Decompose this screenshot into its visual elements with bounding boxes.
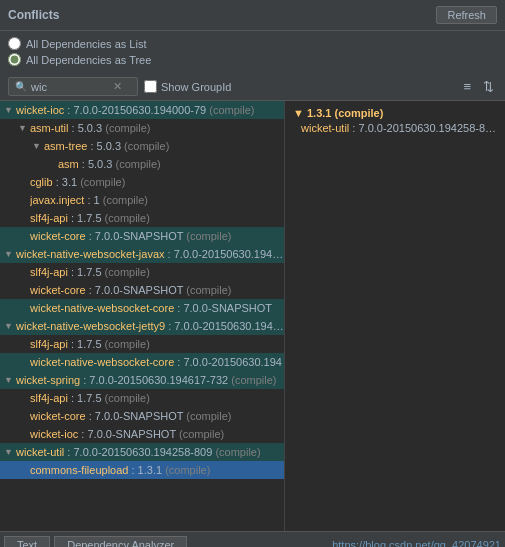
radio-all-deps-tree[interactable] — [8, 53, 21, 66]
tree-item[interactable]: ▼asm-util : 5.0.3 (compile) — [0, 119, 284, 137]
tab-text[interactable]: Text — [4, 536, 50, 548]
toolbar-icons: ≡ ⇅ — [460, 78, 497, 95]
tree-item[interactable]: wicket-core : 7.0.0-SNAPSHOT (compile) — [0, 281, 284, 299]
refresh-button[interactable]: Refresh — [436, 6, 497, 24]
bottom-url: https://blog.csdn.net/qq_42074921 — [332, 539, 501, 548]
tree-arrow-icon[interactable]: ▼ — [18, 123, 30, 133]
tree-item[interactable]: wicket-native-websocket-core : 7.0.0-201… — [0, 353, 284, 371]
tree-item-text: wicket-util : 7.0.0-20150630.194258-809 … — [16, 446, 284, 458]
bottom-tabs: Text Dependency Analyzer https://blog.cs… — [0, 531, 505, 547]
right-panel-item: wicket-util : 7.0.0-20150630.194258-809 … — [285, 121, 505, 135]
tree-item[interactable]: slf4j-api : 1.7.5 (compile) — [0, 335, 284, 353]
radio-row-list: All Dependencies as List — [8, 37, 497, 50]
tree-item-text: wicket-native-websocket-javax : 7.0.0-20… — [16, 248, 284, 260]
tree-item-text: wicket-ioc : 7.0.0-SNAPSHOT (compile) — [30, 428, 284, 440]
tree-item-text: asm-util : 5.0.3 (compile) — [30, 122, 284, 134]
tree-item[interactable]: wicket-ioc : 7.0.0-SNAPSHOT (compile) — [0, 425, 284, 443]
tree-item-text: slf4j-api : 1.7.5 (compile) — [30, 266, 284, 278]
tree-item-text: wicket-core : 7.0.0-SNAPSHOT (compile) — [30, 284, 284, 296]
tree-item-text: slf4j-api : 1.7.5 (compile) — [30, 212, 284, 224]
tree-item-text: wicket-spring : 7.0.0-20150630.194617-73… — [16, 374, 284, 386]
radio-list-label: All Dependencies as List — [26, 38, 146, 50]
tree-item[interactable]: wicket-core : 7.0.0-SNAPSHOT (compile) — [0, 227, 284, 245]
radio-all-deps-list[interactable] — [8, 37, 21, 50]
search-bar: 🔍 ✕ Show GroupId ≡ ⇅ — [0, 73, 505, 101]
tree-item[interactable]: wicket-core : 7.0.0-SNAPSHOT (compile) — [0, 407, 284, 425]
tree-item[interactable]: wicket-native-websocket-core : 7.0.0-SNA… — [0, 299, 284, 317]
tree-item[interactable]: slf4j-api : 1.7.5 (compile) — [0, 389, 284, 407]
show-groupid-checkbox[interactable] — [144, 80, 157, 93]
tree-item-text: wicket-core : 7.0.0-SNAPSHOT (compile) — [30, 230, 284, 242]
expand-collapse-icon[interactable]: ⇅ — [480, 78, 497, 95]
search-wrapper: 🔍 ✕ — [8, 77, 138, 96]
tree-arrow-icon[interactable]: ▼ — [32, 141, 44, 151]
show-groupid-label: Show GroupId — [161, 81, 231, 93]
right-panel: ▼ 1.3.1 (compile) wicket-util : 7.0.0-20… — [285, 101, 505, 531]
tree-item-text: wicket-native-websocket-jetty9 : 7.0.0-2… — [16, 320, 284, 332]
tree-arrow-icon[interactable]: ▼ — [4, 321, 16, 331]
tree-item-text: wicket-ioc : 7.0.0-20150630.194000-79 (c… — [16, 104, 284, 116]
radio-section: All Dependencies as List All Dependencie… — [0, 31, 505, 73]
tree-item-text: wicket-native-websocket-core : 7.0.0-201… — [30, 356, 284, 368]
tree-item[interactable]: asm : 5.0.3 (compile) — [0, 155, 284, 173]
tree-item-text: slf4j-api : 1.7.5 (compile) — [30, 338, 284, 350]
top-bar: Conflicts Refresh — [0, 0, 505, 31]
show-groupid-row: Show GroupId — [144, 80, 231, 93]
search-icon: 🔍 — [15, 81, 27, 92]
main-content: ▼wicket-ioc : 7.0.0-20150630.194000-79 (… — [0, 101, 505, 531]
radio-row-tree: All Dependencies as Tree — [8, 53, 497, 66]
tree-item-text: slf4j-api : 1.7.5 (compile) — [30, 392, 284, 404]
clear-icon[interactable]: ✕ — [113, 80, 122, 93]
tree-panel[interactable]: ▼wicket-ioc : 7.0.0-20150630.194000-79 (… — [0, 101, 285, 531]
tree-item[interactable]: ▼wicket-util : 7.0.0-20150630.194258-809… — [0, 443, 284, 461]
tree-arrow-icon[interactable]: ▼ — [4, 375, 16, 385]
tree-item[interactable]: ▼wicket-native-websocket-jetty9 : 7.0.0-… — [0, 317, 284, 335]
tree-item-text: asm-tree : 5.0.3 (compile) — [44, 140, 284, 152]
tree-arrow-icon[interactable]: ▼ — [4, 447, 16, 457]
tree-item-text: asm : 5.0.3 (compile) — [58, 158, 284, 170]
tree-item[interactable]: ▼asm-tree : 5.0.3 (compile) — [0, 137, 284, 155]
tree-item-text: cglib : 3.1 (compile) — [30, 176, 284, 188]
panel-title: Conflicts — [8, 8, 59, 22]
tree-item[interactable]: javax.inject : 1 (compile) — [0, 191, 284, 209]
tree-item[interactable]: ▼wicket-native-websocket-javax : 7.0.0-2… — [0, 245, 284, 263]
collapse-all-icon[interactable]: ≡ — [460, 78, 474, 95]
tree-item[interactable]: commons-fileupload : 1.3.1 (compile) — [0, 461, 284, 479]
tree-item-text: wicket-core : 7.0.0-SNAPSHOT (compile) — [30, 410, 284, 422]
tree-item-text: javax.inject : 1 (compile) — [30, 194, 284, 206]
tree-arrow-icon[interactable]: ▼ — [4, 105, 16, 115]
tree-item[interactable]: slf4j-api : 1.7.5 (compile) — [0, 209, 284, 227]
version-header: ▼ 1.3.1 (compile) — [285, 105, 505, 121]
tab-dependency-analyzer[interactable]: Dependency Analyzer — [54, 536, 187, 548]
tree-item[interactable]: slf4j-api : 1.7.5 (compile) — [0, 263, 284, 281]
search-input[interactable] — [31, 81, 111, 93]
tree-arrow-icon[interactable]: ▼ — [4, 249, 16, 259]
tree-item-text: wicket-native-websocket-core : 7.0.0-SNA… — [30, 302, 284, 314]
radio-tree-label: All Dependencies as Tree — [26, 54, 151, 66]
tree-item[interactable]: ▼wicket-spring : 7.0.0-20150630.194617-7… — [0, 371, 284, 389]
tree-item[interactable]: cglib : 3.1 (compile) — [0, 173, 284, 191]
tree-item-text: commons-fileupload : 1.3.1 (compile) — [30, 464, 284, 476]
tree-item[interactable]: ▼wicket-ioc : 7.0.0-20150630.194000-79 (… — [0, 101, 284, 119]
